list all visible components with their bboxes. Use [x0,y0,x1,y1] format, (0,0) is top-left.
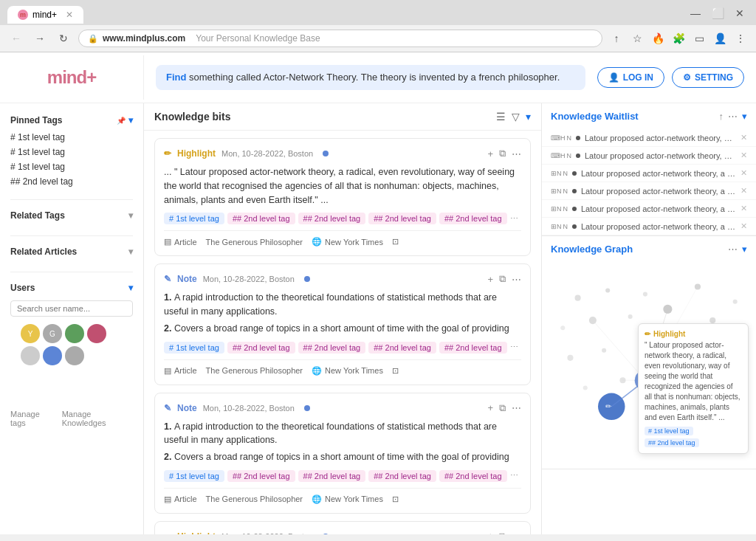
waitlist-item-3-close[interactable]: ✕ [740,186,747,196]
avatar-6[interactable] [65,346,84,365]
forward-btn[interactable]: → [31,30,49,47]
waitlist-chevron-icon[interactable]: ▾ [742,111,747,122]
card-0-article-icon: ▤ [164,237,171,247]
related-tags-header[interactable]: Related Tags ▾ [10,210,133,221]
reload-btn[interactable]: ↻ [55,30,72,47]
card-2-publisher[interactable]: 🌐 New York Times [312,495,383,504]
avatar-1[interactable]: G [43,324,62,343]
tab-close[interactable]: ✕ [66,10,73,20]
avatar-3[interactable] [87,324,106,343]
card-0-tag-more[interactable]: ⋯ [510,214,518,224]
menu-icon[interactable]: ⋮ [732,30,749,46]
tag-item-1[interactable]: # 1st level tag [10,130,133,145]
avatar-2[interactable] [65,324,84,343]
flame-icon[interactable]: 🔥 [650,30,666,46]
card-0-tag-0[interactable]: # 1st level tag [164,213,224,224]
address-bar[interactable]: 🔒 www.mindplus.com Your Personal Knowled… [78,30,602,47]
cast-icon[interactable]: ▭ [691,30,707,46]
waitlist-item-2: ⊞N N Latour proposed actor-network theor… [542,165,756,182]
related-articles-section: Related Articles ▾ [0,242,143,266]
card-0-source-type-text: Article [174,238,197,247]
search-user-input[interactable] [10,300,133,317]
avatar-5[interactable] [43,346,62,365]
card-2-source-name[interactable]: The Generous Philosopher [206,495,303,503]
card-1-source-name-text: The Generous Philosopher [206,366,303,375]
waitlist-item-0-close[interactable]: ✕ [740,133,747,142]
card-1-tag-0[interactable]: # 1st level tag [164,342,224,354]
card-1-tag-1[interactable]: ## 2nd level tag [227,342,295,354]
card-2-tag-1[interactable]: ## 2nd level tag [227,470,295,482]
card-0-tag-1[interactable]: ## 2nd level tag [227,213,295,224]
wi3-dot [572,189,577,193]
card-2-tag-4[interactable]: ## 2nd level tag [439,470,507,482]
card-1-tag-more[interactable]: ⋯ [510,342,518,352]
card-1-tag-4[interactable]: ## 2nd level tag [439,342,507,354]
card-0-copy-icon[interactable]: ⧉ [499,148,506,159]
card-3-actions: + ⧉ ⋯ [487,531,521,534]
waitlist-item-4-close[interactable]: ✕ [740,204,747,213]
close-btn[interactable]: ✕ [731,4,749,22]
graph-chevron-icon[interactable]: ▾ [742,244,747,255]
share-icon[interactable]: ↑ [608,30,625,46]
card-1-tag-2[interactable]: ## 2nd level tag [298,342,366,354]
users-header[interactable]: Users ▾ [10,283,133,293]
card-2-copy-icon[interactable]: ⧉ [499,402,506,414]
waitlist-title: Knowledge Waitlist [551,111,639,122]
tag-item-4[interactable]: ## 2nd level tag [10,174,133,189]
waitlist-item-1-close[interactable]: ✕ [740,151,747,160]
card-1-tag-3[interactable]: ## 2nd level tag [368,342,436,354]
list-icon[interactable]: ☰ [496,111,506,123]
card-2-tag-more[interactable]: ⋯ [510,471,518,480]
waitlist-item-5-close[interactable]: ✕ [740,221,747,231]
card-3-copy-icon[interactable]: ⧉ [499,531,506,534]
card-2-add-icon[interactable]: + [487,402,493,413]
card-2-more-icon[interactable]: ⋯ [512,402,521,413]
card-2-tag-2[interactable]: ## 2nd level tag [298,470,366,482]
waitlist-more-icon[interactable]: ⋯ [728,111,738,122]
avatar-4[interactable] [21,346,40,365]
manage-tags-link[interactable]: Manage tags [10,410,55,427]
card-1-more-icon[interactable]: ⋯ [512,274,521,285]
card-3-more-icon[interactable]: ⋯ [512,531,521,534]
pinned-tags-header[interactable]: Pinned Tags 📌 ▾ [10,115,133,125]
card-1-image-icon: ⊡ [392,366,399,376]
avatar-0[interactable]: Y [21,324,40,343]
card-0-source-name[interactable]: The Generous Philosopher [206,238,303,247]
tag-item-3[interactable]: # 1st level tag [10,159,133,174]
search-box[interactable]: Find something called Actor-Network Theo… [156,65,585,90]
card-1-source-name[interactable]: The Generous Philosopher [206,366,303,375]
login-button[interactable]: 👤 LOG IN [597,67,664,88]
waitlist-item-1-icons: ⌨H N [551,152,571,159]
card-0-add-icon[interactable]: + [487,148,493,159]
card-0-tag-3[interactable]: ## 2nd level tag [368,213,436,224]
card-3-add-icon[interactable]: + [487,531,493,534]
maximize-btn[interactable]: ⬜ [709,4,726,22]
card-0-publisher[interactable]: 🌐 New York Times [312,237,383,247]
back-btn[interactable]: ← [7,30,25,47]
waitlist-upload-icon[interactable]: ↑ [719,111,724,122]
wi0-icon1: ⌨H [551,134,566,142]
related-articles-header[interactable]: Related Articles ▾ [10,247,133,257]
filter-icon[interactable]: ▽ [512,111,520,123]
card-1-item-1: 1. A rapid introduction to the theoretic… [164,291,521,319]
sort-icon[interactable]: ▾ [526,111,531,123]
active-tab[interactable]: m mind+ ✕ [7,6,83,24]
card-2-tag-0[interactable]: # 1st level tag [164,470,224,482]
card-0-more-icon[interactable]: ⋯ [512,148,521,159]
minimize-btn[interactable]: — [687,4,704,22]
card-1-copy-icon[interactable]: ⧉ [499,273,506,285]
card-0-tag-4[interactable]: ## 2nd level tag [439,213,507,224]
account-icon[interactable]: 👤 [712,30,728,46]
card-1-add-icon[interactable]: + [487,274,493,285]
waitlist-item-2-close[interactable]: ✕ [740,168,747,178]
card-1-publisher[interactable]: 🌐 New York Times [312,366,383,376]
manage-knowledges-link[interactable]: Manage Knowledges [62,410,133,427]
card-2-globe-icon: 🌐 [312,495,322,504]
graph-more-icon[interactable]: ⋯ [728,244,738,255]
puzzle-icon[interactable]: 🧩 [670,30,687,46]
setting-button[interactable]: ⚙ SETTING [672,67,744,88]
card-0-tag-2[interactable]: ## 2nd level tag [298,213,366,224]
star-icon[interactable]: ☆ [629,30,645,46]
card-2-tag-3[interactable]: ## 2nd level tag [368,470,436,482]
tag-item-2[interactable]: # 1st level tag [10,145,133,159]
